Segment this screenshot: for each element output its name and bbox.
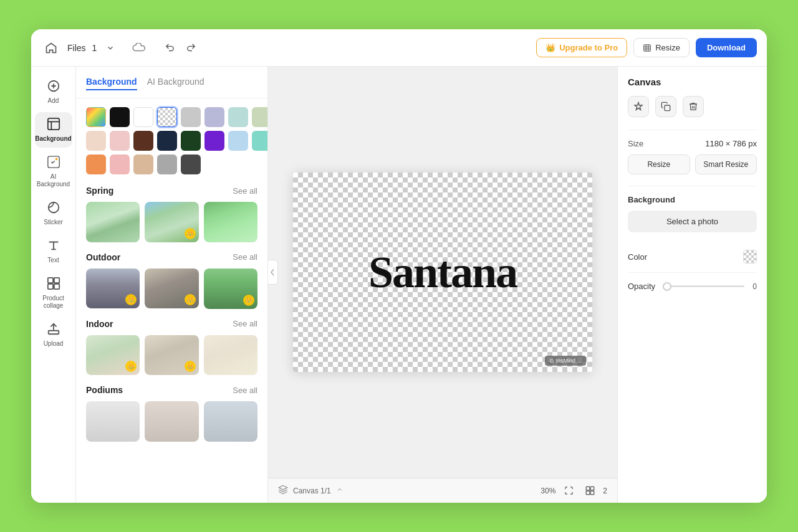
redo-button[interactable] [181, 39, 200, 57]
spring-image-2[interactable]: 👑 [145, 202, 198, 242]
nav-item-sticker[interactable]: Sticker [35, 196, 72, 231]
spring-image-3[interactable] [204, 202, 257, 242]
section-podiums-title: Podiums [86, 385, 123, 395]
svg-rect-10 [54, 284, 59, 289]
color-swatch-lightgreen[interactable] [252, 107, 268, 127]
opacity-slider[interactable] [663, 285, 744, 287]
outdoor-see-all[interactable]: See all [233, 252, 257, 262]
outdoor-image-3[interactable]: 👑 [204, 268, 257, 309]
color-swatch-medgray[interactable] [157, 154, 177, 174]
color-swatch-white[interactable] [133, 107, 153, 127]
section-spring-header: Spring See all [86, 186, 257, 196]
tab-ai-background[interactable]: AI Background [147, 77, 204, 90]
color-picker-mini[interactable] [743, 250, 757, 264]
podium-image-3[interactable] [204, 401, 257, 442]
spring-image-1[interactable] [86, 202, 140, 242]
pin-button[interactable] [628, 96, 649, 117]
nav-item-text[interactable]: Text [35, 234, 72, 269]
indoor-image-grid: 👑 👑 [86, 335, 257, 376]
color-swatch-peach[interactable] [86, 131, 106, 151]
opacity-row: Opacity 0 [628, 282, 757, 291]
color-swatch-tan[interactable] [133, 154, 153, 174]
section-spring-title: Spring [86, 186, 113, 196]
nav-item-upload[interactable]: Upload [35, 317, 72, 353]
color-swatch-mint[interactable] [228, 107, 248, 127]
section-podiums: Podiums See all [76, 385, 267, 442]
canvas-label: Canvas 1/1 [293, 487, 331, 495]
home-button[interactable] [41, 38, 61, 58]
nav-add-label: Add [48, 97, 59, 105]
color-swatch-lightpink[interactable] [110, 154, 130, 174]
upload-icon [47, 322, 60, 338]
indoor-see-all[interactable]: See all [233, 319, 257, 328]
cloud-save-button[interactable] [129, 38, 149, 58]
outdoor-image-2[interactable]: 👑 [145, 268, 198, 309]
color-swatch-lightgray[interactable] [181, 107, 201, 127]
color-swatch-transparent[interactable] [157, 107, 177, 127]
header-right: 👑 Upgrade to Pro Resize Download [536, 38, 757, 57]
upgrade-label: Upgrade to Pro [559, 43, 618, 52]
podium-image-2[interactable] [145, 401, 198, 442]
indoor-image-3[interactable] [204, 335, 257, 376]
spring-see-all[interactable]: See all [233, 186, 257, 196]
color-swatch-skyblue[interactable] [228, 131, 248, 151]
color-swatch-pink[interactable] [110, 131, 130, 151]
expand-button[interactable] [560, 483, 577, 499]
opacity-thumb[interactable] [663, 282, 671, 291]
app-window: Files 1 👑 Upgrade to P [31, 29, 767, 503]
color-swatch-gradient[interactable] [86, 107, 106, 127]
color-swatch-purple[interactable] [204, 131, 224, 151]
nav-item-ai-background[interactable]: AI Background [35, 150, 72, 193]
color-swatch-darkgray[interactable] [181, 154, 201, 174]
canvas-controls: 30% 2 [541, 483, 607, 499]
opacity-value: 0 [749, 282, 757, 291]
color-swatch-teal[interactable] [252, 131, 268, 151]
tab-background[interactable]: Background [86, 77, 137, 90]
panel-collapse-handle[interactable] [268, 260, 278, 285]
header-left: Files 1 [41, 38, 529, 58]
color-swatch-lavender[interactable] [204, 107, 224, 127]
layers-panel-button[interactable] [582, 483, 598, 499]
resize-button[interactable]: Resize [633, 38, 690, 57]
podium-image-1[interactable] [86, 401, 140, 442]
podiums-image-grid [86, 401, 257, 442]
section-indoor: Indoor See all 👑 👑 [76, 319, 267, 376]
spring-image-grid: 👑 [86, 202, 257, 242]
nav-item-product-collage[interactable]: Product collage [35, 272, 72, 315]
smart-resize-button[interactable]: Smart Resize [695, 154, 757, 174]
icon-nav: Add Background AI Background Sticker [31, 67, 76, 503]
svg-rect-15 [590, 491, 594, 495]
color-swatch-navy[interactable] [157, 131, 177, 151]
section-outdoor: Outdoor See all 👑 👑 👑 [76, 252, 267, 309]
undo-button[interactable] [160, 39, 179, 57]
nav-upload-label: Upload [44, 340, 64, 348]
indoor-image-1[interactable]: 👑 [86, 335, 140, 376]
color-swatch-darkgreen[interactable] [181, 131, 201, 151]
podiums-see-all[interactable]: See all [233, 386, 257, 395]
background-icon [47, 117, 60, 133]
nav-item-add[interactable]: Add [35, 74, 72, 110]
select-photo-button[interactable]: Select a photo [628, 211, 757, 232]
section-spring: Spring See all 👑 [76, 186, 267, 242]
size-value: 1180 × 786 px [705, 139, 757, 148]
delete-button[interactable] [683, 96, 704, 117]
color-swatch-black[interactable] [110, 107, 130, 127]
canvas-board[interactable]: Santana ⊙ InsMind ... [293, 173, 592, 372]
upgrade-button[interactable]: 👑 Upgrade to Pro [536, 38, 627, 57]
color-swatch-orange[interactable] [86, 154, 106, 174]
nav-item-background[interactable]: Background [35, 112, 72, 148]
crown-badge-outdoor3: 👑 [243, 295, 254, 306]
outdoor-image-1[interactable]: 👑 [86, 268, 140, 309]
resize-option-button[interactable]: Resize [628, 154, 690, 174]
main-body: Add Background AI Background Sticker [31, 67, 767, 503]
indoor-image-2[interactable]: 👑 [145, 335, 198, 376]
files-dropdown-button[interactable] [103, 40, 118, 55]
layer-count: 2 [603, 487, 607, 495]
color-row: Color [628, 250, 757, 264]
nav-sticker-label: Sticker [44, 219, 63, 226]
canvas-area: Santana ⊙ InsMind ... Canvas 1/1 30% [268, 67, 617, 503]
text-icon [47, 239, 60, 254]
copy-button[interactable] [655, 96, 676, 117]
color-swatch-brown[interactable] [133, 131, 153, 151]
download-button[interactable]: Download [696, 38, 757, 57]
